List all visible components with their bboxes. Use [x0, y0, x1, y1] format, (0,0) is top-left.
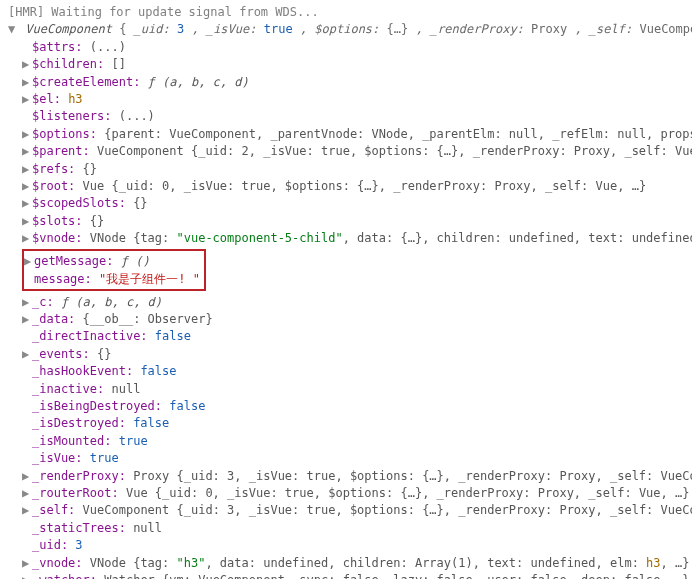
hmr-line: [HMR] Waiting for update signal from WDS… — [8, 4, 692, 21]
prop-isbeingdestroyed[interactable]: _isBeingDestroyed: false — [22, 398, 692, 415]
prop-children[interactable]: ▶$children: [] — [22, 56, 692, 73]
prop-hashookevent[interactable]: _hasHookEvent: false — [22, 363, 692, 380]
chevron-right-icon[interactable]: ▶ — [22, 56, 32, 73]
prop-message[interactable]: message: "我是子组件一! " — [24, 271, 200, 288]
prop-listeners[interactable]: $listeners: (...) — [22, 108, 692, 125]
chevron-right-icon[interactable]: ▶ — [22, 126, 32, 143]
prop-scopedslots[interactable]: ▶$scopedSlots: {} — [22, 195, 692, 212]
chevron-right-icon[interactable]: ▶ — [22, 502, 32, 519]
root-object[interactable]: ▼ VueComponent { _uid: 3 , _isVue: true … — [8, 21, 692, 38]
prop-statictrees[interactable]: _staticTrees: null — [22, 520, 692, 537]
prop-inactive[interactable]: _inactive: null — [22, 381, 692, 398]
prop-vnode2[interactable]: ▶_vnode: VNode {tag: "h3", data: undefin… — [22, 555, 692, 572]
chevron-down-icon[interactable]: ▼ — [8, 21, 18, 38]
prop-watcher[interactable]: ▶_watcher: Watcher {vm: VueComponent, sy… — [22, 572, 692, 579]
prop-slots[interactable]: ▶$slots: {} — [22, 213, 692, 230]
prop-directinactive[interactable]: _directInactive: false — [22, 328, 692, 345]
chevron-right-icon[interactable]: ▶ — [22, 555, 32, 572]
prop-attrs[interactable]: $attrs: (...) — [22, 39, 692, 56]
chevron-right-icon[interactable]: ▶ — [22, 294, 32, 311]
prop-refs[interactable]: ▶$refs: {} — [22, 161, 692, 178]
obj-brace: { — [119, 22, 126, 36]
chevron-right-icon[interactable]: ▶ — [22, 485, 32, 502]
chevron-right-icon[interactable]: ▶ — [24, 253, 34, 270]
prop-self[interactable]: ▶_self: VueComponent {_uid: 3, _isVue: t… — [22, 502, 692, 519]
prop-isvue[interactable]: _isVue: true — [22, 450, 692, 467]
prop-data[interactable]: ▶_data: {__ob__: Observer} — [22, 311, 692, 328]
chevron-right-icon[interactable]: ▶ — [22, 143, 32, 160]
prop-parent[interactable]: ▶$parent: VueComponent {_uid: 2, _isVue:… — [22, 143, 692, 160]
chevron-right-icon[interactable]: ▶ — [22, 213, 32, 230]
chevron-right-icon[interactable]: ▶ — [22, 91, 32, 108]
object-type: VueComponent — [25, 22, 112, 36]
chevron-right-icon[interactable]: ▶ — [22, 346, 32, 363]
chevron-right-icon[interactable]: ▶ — [22, 468, 32, 485]
prop-root[interactable]: ▶$root: Vue {_uid: 0, _isVue: true, $opt… — [22, 178, 692, 195]
prop-getmessage[interactable]: ▶getMessage: ƒ () — [24, 253, 200, 270]
chevron-right-icon[interactable]: ▶ — [22, 195, 32, 212]
chevron-right-icon[interactable]: ▶ — [22, 230, 32, 247]
prop-vnode[interactable]: ▶$vnode: VNode {tag: "vue-component-5-ch… — [22, 230, 692, 247]
console-output: [HMR] Waiting for update signal from WDS… — [0, 0, 700, 579]
hmr-text: [HMR] Waiting for update signal from WDS… — [8, 5, 319, 19]
prop-el[interactable]: ▶$el: h3 — [22, 91, 692, 108]
prop-ismounted[interactable]: _isMounted: true — [22, 433, 692, 450]
chevron-right-icon[interactable]: ▶ — [22, 161, 32, 178]
prop-c[interactable]: ▶_c: ƒ (a, b, c, d) — [22, 294, 692, 311]
prop-events[interactable]: ▶_events: {} — [22, 346, 692, 363]
chevron-right-icon[interactable]: ▶ — [22, 572, 32, 579]
prop-createelement[interactable]: ▶$createElement: ƒ (a, b, c, d) — [22, 74, 692, 91]
chevron-right-icon[interactable]: ▶ — [22, 74, 32, 91]
prop-uid[interactable]: _uid: 3 — [22, 537, 692, 554]
highlight-box: ▶getMessage: ƒ () message: "我是子组件一! " — [22, 249, 206, 291]
prop-options[interactable]: ▶$options: {parent: VueComponent, _paren… — [22, 126, 692, 143]
chevron-right-icon[interactable]: ▶ — [22, 178, 32, 195]
prop-isdestroyed[interactable]: _isDestroyed: false — [22, 415, 692, 432]
prop-renderproxy[interactable]: ▶_renderProxy: Proxy {_uid: 3, _isVue: t… — [22, 468, 692, 485]
chevron-right-icon[interactable]: ▶ — [22, 311, 32, 328]
prop-routerroot[interactable]: ▶_routerRoot: Vue {_uid: 0, _isVue: true… — [22, 485, 692, 502]
